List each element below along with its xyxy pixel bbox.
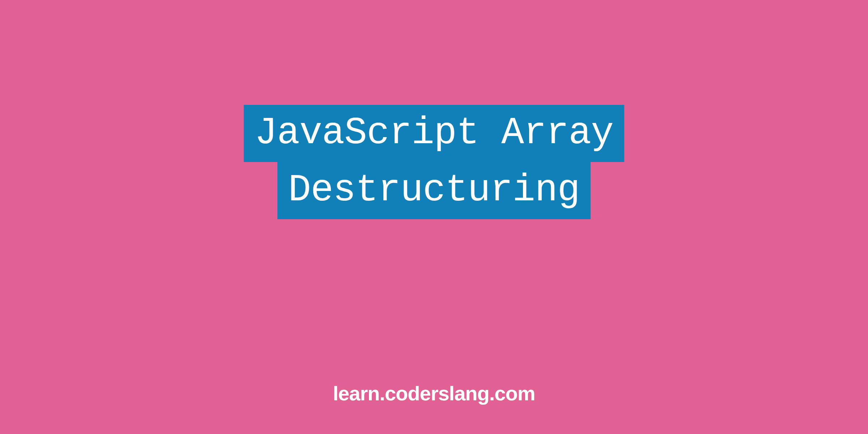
title-line-2: Destructuring <box>277 162 591 219</box>
footer-text: learn.coderslang.com <box>333 382 535 405</box>
title-line-1: JavaScript Array <box>244 105 624 162</box>
footer: learn.coderslang.com <box>0 382 868 405</box>
title-container: JavaScript Array Destructuring <box>244 105 624 219</box>
